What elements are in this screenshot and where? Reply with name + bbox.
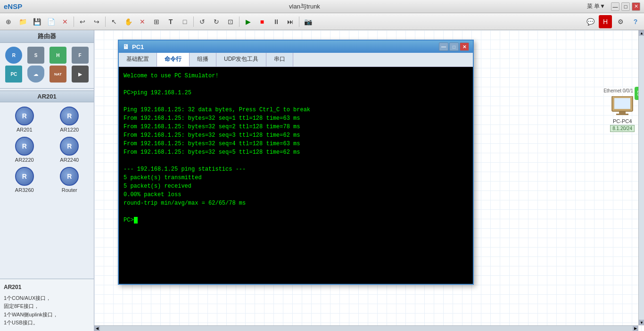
sidebar-item-ar1220[interactable]: R AR1220 xyxy=(49,106,91,132)
sidebar-subheader: AR201 xyxy=(0,91,94,102)
ar2220-icon-wrapper: R xyxy=(15,136,34,156)
sidebar-device-router[interactable]: R xyxy=(4,47,24,64)
save-button[interactable]: 💾 xyxy=(30,15,43,28)
sidebar-device-switch[interactable]: S xyxy=(26,47,46,64)
tab-group[interactable]: 组播 xyxy=(190,53,216,66)
bottom-scrollbar[interactable]: ◀ ▶ xyxy=(94,325,638,331)
sidebar-item-ar3260[interactable]: R AR3260 xyxy=(4,166,45,193)
sidebar-device-fw[interactable]: F xyxy=(70,47,90,64)
help-button[interactable]: ? xyxy=(629,15,642,28)
scroll-vertical-track[interactable] xyxy=(639,36,644,320)
back-button[interactable]: ↺ xyxy=(196,15,209,28)
terminal-blank2 xyxy=(124,97,468,106)
svg-rect-8 xyxy=(616,114,628,115)
pc1-terminal[interactable]: Welcome to use PC Simulator! PC>ping 192… xyxy=(119,67,473,284)
select-button[interactable]: ↖ xyxy=(107,15,121,28)
terminal-line3: From 192.168.1.25: bytes=32 seq=3 ttl=12… xyxy=(124,131,468,140)
separator3 xyxy=(193,17,194,27)
sidebar-device-hub[interactable]: H xyxy=(48,47,68,64)
pc4-label: PC-PC4 xyxy=(613,118,632,124)
pause-button[interactable]: ⏸ xyxy=(270,15,283,28)
ar1220-label: AR1220 xyxy=(60,127,79,132)
sidebar-device-more[interactable]: ▶ xyxy=(70,66,90,83)
sidebar-item-ar2240[interactable]: R AR2240 xyxy=(49,136,91,163)
restore-button[interactable]: □ xyxy=(621,2,630,11)
forward-button[interactable]: ↻ xyxy=(210,15,223,28)
ar3260-icon-wrapper: R xyxy=(15,166,34,186)
hand-button[interactable]: ✋ xyxy=(122,15,135,28)
stop-button[interactable]: ■ xyxy=(256,15,269,28)
step-button[interactable]: ⏭ xyxy=(284,15,297,28)
canvas-area[interactable]: Ether Ethernet 0 Vlan5 PC-PC1 19 xyxy=(94,30,644,331)
close-button[interactable]: ✕ xyxy=(632,2,640,11)
save-as-button[interactable]: 📄 xyxy=(44,15,58,28)
fit-button[interactable]: ⊡ xyxy=(224,15,237,28)
sidebar-device-pc[interactable]: PC xyxy=(4,66,24,83)
sidebar: 路由器 R S H F PC ☁ NAT xyxy=(0,30,94,331)
svg-rect-7 xyxy=(619,111,626,114)
ethernet001-label: Ethernet 0/0/1 xyxy=(602,88,635,94)
app-title: vlan与trunk xyxy=(22,2,587,11)
sidebar-device-cloud[interactable]: ☁ xyxy=(26,66,46,83)
chat-button[interactable]: 💬 xyxy=(584,15,597,28)
run-button[interactable]: ▶ xyxy=(241,15,255,28)
ar2240-icon: R xyxy=(60,137,79,156)
scroll-right-button[interactable]: ▶ xyxy=(633,326,638,331)
close-file-button[interactable]: ✕ xyxy=(58,15,72,28)
info-description: 1个CON/AUX接口， 固定8FE接口， 1个WAN侧uplink接口， 1个… xyxy=(4,294,90,327)
toolbar-right: 💬 H ⚙ ? xyxy=(584,15,642,28)
separator2 xyxy=(105,17,106,27)
ar3260-icon: R xyxy=(15,167,34,186)
terminal-ping-header: Ping 192.168.1.25: 32 data bytes, Press … xyxy=(124,106,468,114)
terminal-line5: From 192.168.1.25: bytes=32 seq=5 ttl=12… xyxy=(124,148,468,157)
ar2220-icon: R xyxy=(15,137,34,156)
pc1-minimize-button[interactable]: — xyxy=(439,42,448,51)
redo-button[interactable]: ↪ xyxy=(90,15,103,28)
tab-basic[interactable]: 基础配置 xyxy=(119,53,157,66)
terminal-line4: From 192.168.1.25: bytes=32 seq=4 ttl=12… xyxy=(124,140,468,148)
terminal-line1: From 192.168.1.25: bytes=32 seq=1 ttl=12… xyxy=(124,114,468,123)
tab-serial[interactable]: 串口 xyxy=(266,53,293,66)
pc-pc4-device[interactable]: Ethernet 0/0/1 PC-PC4 8.1.20/24 xyxy=(610,96,635,132)
tab-udp[interactable]: UDP发包工具 xyxy=(216,53,266,66)
right-scrollbar[interactable]: ▲ ▼ xyxy=(638,30,644,325)
switch-icon: S xyxy=(27,47,44,64)
terminal-blank3 xyxy=(124,157,468,165)
ar1220-icon-wrapper: R xyxy=(59,106,79,126)
connect-button[interactable]: ⊞ xyxy=(150,15,163,28)
undo-button[interactable]: ↩ xyxy=(76,15,89,28)
router-icon-wrapper: R xyxy=(59,166,79,186)
separator4 xyxy=(239,17,239,27)
terminal-stats1: 5 packet(s) transmitted xyxy=(124,174,468,182)
huawei-button[interactable]: H xyxy=(599,15,612,28)
cloud-icon: ☁ xyxy=(27,66,44,83)
terminal-line2: From 192.168.1.25: bytes=32 seq=2 ttl=12… xyxy=(124,123,468,131)
text-button[interactable]: T xyxy=(164,15,177,28)
pc1-tabs: 基础配置 命令行 组播 UDP发包工具 串口 xyxy=(119,53,473,67)
sidebar-item-router[interactable]: R Router xyxy=(49,166,91,193)
pc4-ip: 8.1.20/24 xyxy=(610,125,635,132)
scroll-up-button[interactable]: ▲ xyxy=(639,30,644,36)
sidebar-divider xyxy=(0,88,94,89)
sidebar-item-ar201[interactable]: R AR201 xyxy=(4,106,45,132)
scroll-down-button[interactable]: ▼ xyxy=(639,320,644,325)
open-button[interactable]: 📁 xyxy=(16,15,29,28)
rect-button[interactable]: □ xyxy=(178,15,191,28)
terminal-cmd1: PC>ping 192.168.1.25 xyxy=(124,89,468,97)
pc1-restore-button[interactable]: □ xyxy=(449,42,459,51)
new-button[interactable]: ⊕ xyxy=(2,15,15,28)
minimize-button[interactable]: — xyxy=(611,2,619,11)
device-list: R AR201 R AR1220 R AR2220 R xyxy=(0,102,94,197)
terminal-welcome: Welcome to use PC Simulator! xyxy=(124,72,468,80)
tab-cmd[interactable]: 命令行 xyxy=(157,53,190,66)
sidebar-device-nat[interactable]: NAT xyxy=(48,66,68,83)
ar2240-icon-wrapper: R xyxy=(59,136,79,156)
sidebar-item-ar2220[interactable]: R AR2220 xyxy=(4,136,45,163)
canvas-background: Ether Ethernet 0 Vlan5 PC-PC1 19 xyxy=(94,30,644,331)
scroll-left-button[interactable]: ◀ xyxy=(94,326,100,331)
delete-button[interactable]: ✕ xyxy=(136,15,149,28)
menu-button[interactable]: 菜 单▼ xyxy=(587,2,605,10)
pc1-close-button[interactable]: ✕ xyxy=(460,42,469,51)
settings-button[interactable]: ⚙ xyxy=(614,15,627,28)
camera-button[interactable]: 📷 xyxy=(301,15,314,28)
